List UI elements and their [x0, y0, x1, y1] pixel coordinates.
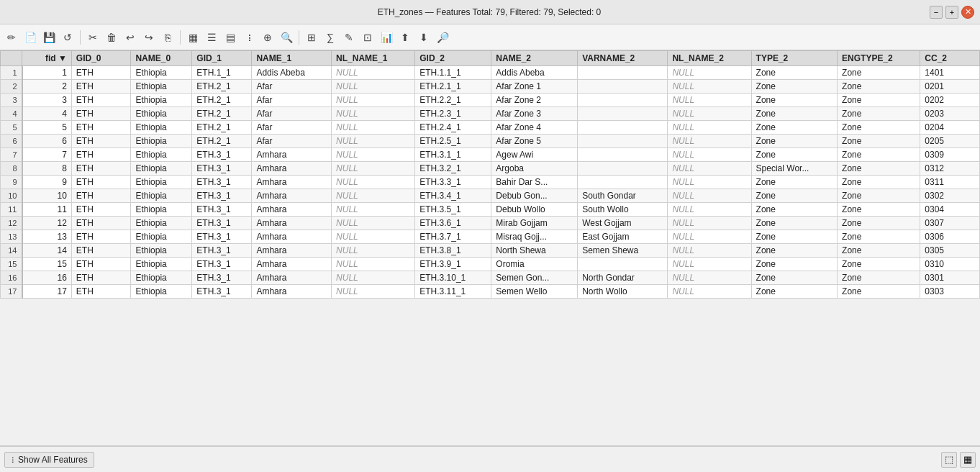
cell-cc_2: 0309 [920, 148, 980, 162]
table-row[interactable]: 99ETHEthiopiaETH.3_1AmharaNULLETH.3.3_1B… [1, 176, 980, 189]
dock-icon[interactable]: ▦ [960, 452, 976, 468]
cell-name_1: Amhara [252, 176, 332, 189]
cell-engtype_2: Zone [838, 244, 920, 258]
cell-gid_0: ETH [71, 244, 131, 258]
window-title: ETH_zones — Features Total: 79, Filtered… [49, 7, 930, 17]
copy-icon[interactable]: ⎘ [159, 29, 176, 46]
col-header-type2[interactable]: TYPE_2 [751, 51, 838, 66]
cell-nl_name_2: NULL [668, 285, 751, 299]
row-number: 1 [1, 66, 22, 80]
features-table: fid ▼ GID_0 NAME_0 GID_1 NAME_1 NL_NAME_… [0, 50, 980, 299]
show-all-features-button[interactable]: ⫶ Show All Features [4, 452, 94, 468]
col-header-nlname1[interactable]: NL_NAME_1 [332, 51, 415, 66]
table-row[interactable]: 1313ETHEthiopiaETH.3_1AmharaNULLETH.3.7_… [1, 230, 980, 244]
cell-name_0: Ethiopia [131, 230, 192, 244]
cell-engtype_2: Zone [838, 162, 920, 176]
show-all-label: Show All Features [18, 455, 88, 465]
cell-type_2: Zone [751, 189, 838, 203]
table-row[interactable]: 1010ETHEthiopiaETH.3_1AmharaNULLETH.3.4_… [1, 189, 980, 203]
undo-icon[interactable]: ↩ [122, 29, 139, 46]
table-row[interactable]: 66ETHEthiopiaETH.2_1AfarNULLETH.2.5_1Afa… [1, 135, 980, 148]
filter-icon[interactable]: ⫶ [240, 29, 258, 46]
export-icon[interactable]: ⬆ [396, 29, 414, 46]
cell-fid: 15 [22, 258, 72, 271]
cell-gid_0: ETH [71, 121, 131, 135]
save-icon[interactable]: 💾 [40, 29, 58, 46]
row-number: 3 [1, 94, 22, 107]
expr-icon[interactable]: ✎ [340, 29, 358, 46]
close-button[interactable]: ✕ [961, 6, 974, 19]
table-row[interactable]: 22ETHEthiopiaETH.2_1AfarNULLETH.2.1_1Afa… [1, 80, 980, 94]
cut-icon[interactable]: ✂ [84, 29, 101, 46]
table-row[interactable]: 33ETHEthiopiaETH.2_1AfarNULLETH.2.2_1Afa… [1, 94, 980, 107]
cell-gid_2: ETH.3.9_1 [415, 258, 491, 271]
table-row[interactable]: 1515ETHEthiopiaETH.3_1AmharaNULLETH.3.9_… [1, 258, 980, 271]
cell-varname_2 [578, 121, 668, 135]
cell-gid_2: ETH.3.5_1 [415, 203, 491, 217]
magnify-icon[interactable]: 🔎 [434, 29, 451, 46]
cell-name_1: Amhara [252, 285, 332, 299]
col-header-varname2[interactable]: VARNAME_2 [578, 51, 668, 66]
table-row[interactable]: 77ETHEthiopiaETH.3_1AmharaNULLETH.3.1_1A… [1, 148, 980, 162]
cell-name_0: Ethiopia [131, 121, 192, 135]
toggle-editing-icon[interactable]: ⬚ [941, 452, 957, 468]
redo-icon[interactable]: ↪ [140, 29, 158, 46]
select-icon[interactable]: ▦ [184, 29, 201, 46]
maximize-button[interactable]: + [945, 6, 958, 19]
search-icon[interactable]: 🔍 [278, 29, 295, 46]
col-header-name1[interactable]: NAME_1 [252, 51, 332, 66]
cell-name_1: Amhara [252, 203, 332, 217]
minimize-button[interactable]: − [930, 6, 943, 19]
table-icon[interactable]: ☰ [203, 29, 220, 46]
cell-gid_0: ETH [71, 217, 131, 230]
column-icon[interactable]: ▤ [222, 29, 239, 46]
table-row[interactable]: 55ETHEthiopiaETH.2_1AfarNULLETH.2.4_1Afa… [1, 121, 980, 135]
cell-gid_1: ETH.2_1 [192, 121, 252, 135]
attribute-table[interactable]: fid ▼ GID_0 NAME_0 GID_1 NAME_1 NL_NAME_… [0, 50, 980, 446]
table-row[interactable]: 1111ETHEthiopiaETH.3_1AmharaNULLETH.3.5_… [1, 203, 980, 217]
cell-cc_2: 0201 [920, 80, 980, 94]
col-header-fid[interactable]: fid ▼ [22, 51, 72, 66]
map-icon[interactable]: ⊕ [259, 29, 276, 46]
table-row[interactable]: 88ETHEthiopiaETH.3_1AmharaNULLETH.3.2_1A… [1, 162, 980, 176]
col-header-gid0[interactable]: GID_0 [71, 51, 131, 66]
window-controls: − + ✕ [930, 6, 974, 19]
zoom-icon[interactable]: ⊡ [359, 29, 376, 46]
delete-icon[interactable]: 🗑 [103, 29, 120, 46]
cell-type_2: Zone [751, 80, 838, 94]
col-header-gid1[interactable]: GID_1 [192, 51, 252, 66]
table-row[interactable]: 44ETHEthiopiaETH.2_1AfarNULLETH.2.3_1Afa… [1, 107, 980, 121]
cell-nl_name_1: NULL [332, 203, 415, 217]
row-number: 9 [1, 176, 22, 189]
cell-name_0: Ethiopia [131, 135, 192, 148]
cell-cc_2: 0205 [920, 135, 980, 148]
cell-nl_name_1: NULL [332, 162, 415, 176]
cell-gid_2: ETH.3.10_1 [415, 271, 491, 285]
cell-name_2: Oromia [491, 258, 578, 271]
table-row[interactable]: 1212ETHEthiopiaETH.3_1AmharaNULLETH.3.6_… [1, 217, 980, 230]
col-header-cc2[interactable]: CC_2 [920, 51, 980, 66]
cell-gid_1: ETH.3_1 [192, 244, 252, 258]
edit-icon[interactable]: ✏ [3, 29, 20, 46]
cell-type_2: Special Wor... [751, 162, 838, 176]
chart-icon[interactable]: 📊 [378, 29, 395, 46]
refresh-icon[interactable]: ↺ [59, 29, 76, 46]
table-row[interactable]: 1414ETHEthiopiaETH.3_1AmharaNULLETH.3.8_… [1, 244, 980, 258]
import-icon[interactable]: ⬇ [415, 29, 432, 46]
cell-cc_2: 0305 [920, 244, 980, 258]
cell-name_2: Agew Awi [491, 148, 578, 162]
calc-icon[interactable]: ∑ [322, 29, 339, 46]
field-icon[interactable]: ⊞ [303, 29, 320, 46]
col-header-gid2[interactable]: GID_2 [415, 51, 491, 66]
col-header-nlname2[interactable]: NL_NAME_2 [668, 51, 751, 66]
col-header-name2[interactable]: NAME_2 [491, 51, 578, 66]
cell-fid: 16 [22, 271, 72, 285]
table-row[interactable]: 11ETHEthiopiaETH.1_1Addis AbebaNULLETH.1… [1, 66, 980, 80]
cell-name_2: Afar Zone 1 [491, 80, 578, 94]
new-record-icon[interactable]: 📄 [22, 29, 39, 46]
col-header-name0[interactable]: NAME_0 [131, 51, 192, 66]
table-row[interactable]: 1616ETHEthiopiaETH.3_1AmharaNULLETH.3.10… [1, 271, 980, 285]
col-header-engtype2[interactable]: ENGTYPE_2 [838, 51, 920, 66]
cell-name_0: Ethiopia [131, 148, 192, 162]
table-row[interactable]: 1717ETHEthiopiaETH.3_1AmharaNULLETH.3.11… [1, 285, 980, 299]
